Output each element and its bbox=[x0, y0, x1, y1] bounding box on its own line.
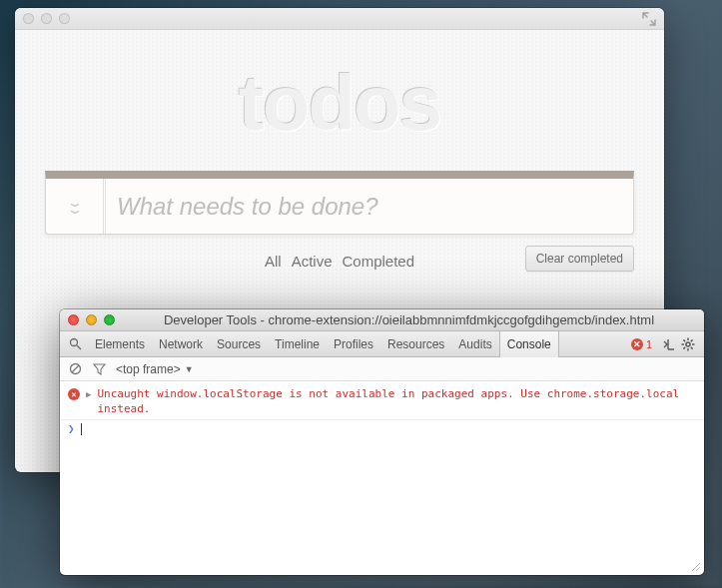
todo-footer: All Active Completed Clear completed bbox=[45, 247, 634, 275]
filter-group: All Active Completed bbox=[265, 253, 414, 270]
error-icon: ✕ bbox=[68, 388, 80, 400]
fullscreen-icon[interactable] bbox=[642, 12, 656, 26]
tab-sources[interactable]: Sources bbox=[210, 331, 268, 357]
svg-line-8 bbox=[691, 346, 693, 348]
filter-completed[interactable]: Completed bbox=[342, 253, 414, 270]
svg-line-1 bbox=[77, 345, 81, 349]
chevron-down-icon: ▼ bbox=[185, 364, 194, 374]
filter-icon[interactable] bbox=[92, 362, 106, 375]
text-cursor bbox=[81, 423, 82, 435]
tab-resources[interactable]: Resources bbox=[380, 331, 451, 357]
minimize-icon[interactable] bbox=[41, 13, 52, 24]
zoom-icon[interactable] bbox=[59, 13, 70, 24]
settings-icon[interactable] bbox=[678, 337, 698, 351]
todo-input-card: ⌄⌄ bbox=[45, 171, 634, 235]
svg-point-0 bbox=[70, 339, 77, 346]
console-output[interactable]: ✕ ▶ Uncaught window.localStorage is not … bbox=[60, 381, 704, 575]
resize-grip-icon[interactable] bbox=[689, 560, 701, 572]
tab-network[interactable]: Network bbox=[152, 331, 210, 357]
app-title: todos bbox=[45, 58, 634, 149]
new-todo-input[interactable] bbox=[103, 179, 633, 234]
app-body: todos ⌄⌄ All Active Completed Clear comp… bbox=[15, 30, 664, 275]
close-icon[interactable] bbox=[23, 13, 34, 24]
error-count-number: 1 bbox=[646, 338, 652, 350]
svg-point-2 bbox=[686, 342, 690, 346]
devtools-tabbar: Elements Network Sources Timeline Profil… bbox=[60, 331, 704, 357]
clear-completed-button[interactable]: Clear completed bbox=[525, 246, 634, 272]
filter-active[interactable]: Active bbox=[292, 253, 333, 270]
frame-selector-label: <top frame> bbox=[116, 362, 181, 376]
toggle-all-icon[interactable]: ⌄⌄ bbox=[46, 201, 103, 213]
svg-line-7 bbox=[683, 339, 685, 341]
error-count[interactable]: ✕ 1 bbox=[631, 338, 652, 350]
error-badge-icon: ✕ bbox=[631, 338, 643, 350]
svg-line-9 bbox=[691, 339, 693, 341]
inspect-icon[interactable] bbox=[66, 337, 84, 350]
tab-audits[interactable]: Audits bbox=[451, 331, 498, 357]
console-error-row[interactable]: ✕ ▶ Uncaught window.localStorage is not … bbox=[60, 385, 704, 419]
tab-profiles[interactable]: Profiles bbox=[327, 331, 380, 357]
filter-all[interactable]: All bbox=[265, 253, 282, 270]
traffic-lights bbox=[23, 13, 70, 24]
svg-line-10 bbox=[683, 346, 685, 348]
tab-timeline[interactable]: Timeline bbox=[268, 331, 327, 357]
toggle-drawer-icon[interactable] bbox=[658, 337, 678, 351]
prompt-caret-icon: ❯ bbox=[68, 422, 75, 435]
devtools-title: Developer Tools - chrome-extension://oie… bbox=[122, 312, 696, 327]
svg-line-12 bbox=[72, 365, 79, 372]
app-titlebar[interactable] bbox=[15, 8, 664, 30]
minimize-icon[interactable] bbox=[86, 314, 97, 325]
close-icon[interactable] bbox=[68, 314, 79, 325]
error-message: Uncaught window.localStorage is not avai… bbox=[97, 387, 696, 417]
clear-console-icon[interactable] bbox=[68, 362, 82, 375]
frame-selector[interactable]: <top frame> ▼ bbox=[116, 362, 194, 376]
tab-console[interactable]: Console bbox=[499, 331, 559, 357]
zoom-icon[interactable] bbox=[104, 314, 115, 325]
devtools-window: Developer Tools - chrome-extension://oie… bbox=[60, 309, 704, 575]
console-toolbar: <top frame> ▼ bbox=[60, 357, 704, 381]
expand-caret-icon[interactable]: ▶ bbox=[86, 389, 91, 399]
tab-elements[interactable]: Elements bbox=[88, 331, 152, 357]
console-prompt[interactable]: ❯ bbox=[60, 420, 704, 439]
devtools-titlebar[interactable]: Developer Tools - chrome-extension://oie… bbox=[60, 309, 704, 331]
